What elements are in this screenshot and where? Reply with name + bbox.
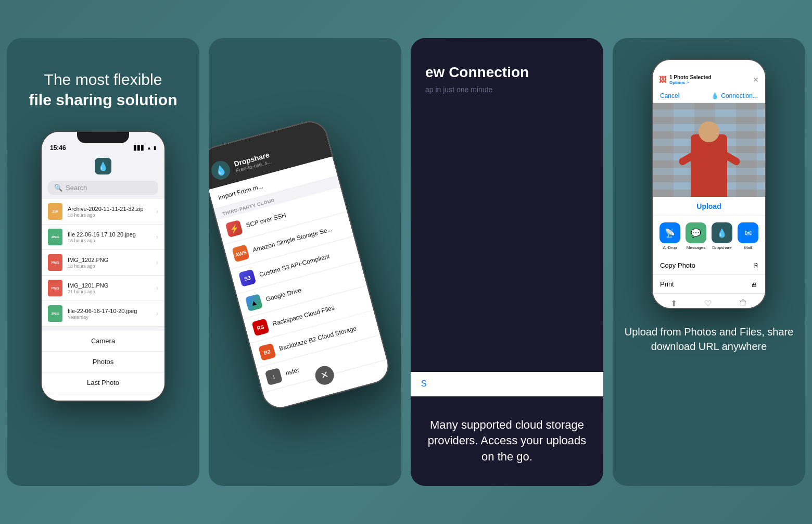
file-info: Archive-2020-11-11-21-32.zip 18 hours ag… xyxy=(68,206,151,218)
file-name: file-22-06-16-17-10-20.jpeg xyxy=(68,308,151,314)
chevron-right-icon: › xyxy=(156,208,158,215)
dropshare-logo: 💧 xyxy=(209,159,232,182)
transfer-icon: ↕ xyxy=(265,368,283,385)
panel-1: The most flexible file sharing solution … xyxy=(7,38,199,486)
file-type-icon: ZIP xyxy=(48,203,62,220)
copy-photo-label: Copy Photo xyxy=(660,261,695,269)
connection-option-row[interactable]: S xyxy=(411,372,603,396)
mail-label: Mail xyxy=(744,245,752,250)
person-body xyxy=(691,134,727,197)
close-icon[interactable]: ✕ xyxy=(753,76,759,84)
table-row[interactable]: ZIP Archive-2020-11-11-21-32.zip 18 hour… xyxy=(42,199,164,224)
connection-options: S xyxy=(411,372,603,396)
tilted-phone: 💧 Dropshare Free-to-use, s... Import Fro… xyxy=(209,117,393,413)
print-icon: 🖨 xyxy=(751,280,758,288)
photo-background xyxy=(653,103,765,197)
dropshare-label: Dropshare xyxy=(712,245,731,250)
file-time: 18 hours ago xyxy=(68,264,151,269)
chevron-right-icon: › xyxy=(156,259,158,266)
battery-icon: ▮ xyxy=(154,145,156,151)
scp-icon: ⚡ xyxy=(225,220,243,238)
file-type-icon: PNG xyxy=(48,254,62,271)
file-info: file-22-06-16-17-10-20.jpeg Yesterday xyxy=(68,308,151,320)
panel-4: 🖼 1 Photo Selected Options > ✕ Cancel 💧 … xyxy=(613,38,805,486)
rackspace-icon: RS xyxy=(251,318,269,336)
airdrop-action[interactable]: 📡 AirDrop xyxy=(659,222,680,250)
connection-top: ew Connection ap in just one minute xyxy=(411,38,603,372)
file-name: Archive-2020-11-11-21-32.zip xyxy=(68,206,151,212)
table-row[interactable]: PNG IMG_1202.PNG 18 hours ago › xyxy=(42,250,164,276)
file-info: file 22-06-16 17 10 20.jpeg 18 hours ago xyxy=(68,231,151,243)
file-name: IMG_1202.PNG xyxy=(68,257,151,263)
table-row[interactable]: JPEG file-22-06-16-17-10-20.jpeg Yesterd… xyxy=(42,301,164,327)
share-icon: ⬆ xyxy=(670,298,677,308)
photo-count-icon: 🖼 xyxy=(659,76,666,84)
messages-icon: 💬 xyxy=(686,222,706,243)
photo-selected-info: 1 Photo Selected Options > xyxy=(669,74,712,85)
dropshare-title-container: Dropshare Free-to-use, s... xyxy=(233,150,272,173)
menu-item-photos[interactable]: Photos xyxy=(42,352,164,372)
upload-section: Upload xyxy=(653,197,765,216)
phone-mockup-4: 🖼 1 Photo Selected Options > ✕ Cancel 💧 … xyxy=(652,59,766,309)
panel-4-text-content: Upload from Photos and Files, share down… xyxy=(625,326,794,352)
action-bar: Cancel 💧 Connection... xyxy=(653,89,765,103)
status-time: 15:46 xyxy=(50,144,66,152)
chevron-right-icon: › xyxy=(156,233,158,241)
s3-icon: S3 xyxy=(238,269,256,287)
options-label: Options > xyxy=(669,80,712,85)
table-row[interactable]: JPEG file 22-06-16 17 10 20.jpeg 18 hour… xyxy=(42,224,164,250)
panel-4-description: Upload from Photos and Files, share down… xyxy=(623,325,795,354)
phone-mockup-1: 15:46 ▋▋▋ ▲ ▮ 💧 🔍 Search xyxy=(41,131,166,402)
phone-notch xyxy=(77,132,129,143)
cancel-button[interactable]: Cancel xyxy=(660,92,679,99)
backblaze-icon: B2 xyxy=(258,343,276,361)
share-actions: 📡 AirDrop 💬 Messages 💧 Dropshare ✉ Mail xyxy=(653,216,765,256)
table-row[interactable]: PNG IMG_1201.PNG 21 hours ago › xyxy=(42,276,164,301)
airdrop-icon: 📡 xyxy=(659,222,680,243)
mail-action[interactable]: ✉ Mail xyxy=(738,222,758,250)
tagline-line1: The most flexible xyxy=(29,69,177,90)
chevron-right-icon: › xyxy=(156,310,158,317)
mail-icon: ✉ xyxy=(738,222,758,243)
menu-item-last-photo[interactable]: Last Photo xyxy=(42,372,164,393)
file-name: IMG_1201.PNG xyxy=(68,282,151,289)
menu-item-camera[interactable]: Camera xyxy=(42,331,164,352)
connection-button[interactable]: 💧 Connection... xyxy=(711,92,758,99)
panel-3: ew Connection ap in just one minute S Ma… xyxy=(411,38,603,486)
dropshare-action[interactable]: 💧 Dropshare xyxy=(712,222,732,250)
search-icon: 🔍 xyxy=(54,184,62,192)
menu-section: Camera Photos Last Photo Files xyxy=(42,331,164,401)
phone-screen-1: 15:46 ▋▋▋ ▲ ▮ 💧 🔍 Search xyxy=(42,132,164,401)
tilted-phone-container: 💧 Dropshare Free-to-use, s... Import Fro… xyxy=(222,80,388,444)
connection-title: ew Connection xyxy=(425,64,589,81)
tilted-screen: 💧 Dropshare Free-to-use, s... Import Fro… xyxy=(209,118,391,411)
app-logo: 💧 xyxy=(95,158,111,174)
service-name: nsfer xyxy=(285,366,300,377)
copy-photo-icon: ⎘ xyxy=(754,261,758,269)
wifi-icon: ▲ xyxy=(147,145,151,151)
upload-button[interactable]: Upload xyxy=(658,202,760,210)
file-time: 21 hours ago xyxy=(68,289,151,294)
photo-selected-label: 🖼 1 Photo Selected Options > xyxy=(659,74,712,85)
service-name: Google Drive xyxy=(265,286,302,303)
connection-bottom-text: Many supported cloud storage providers. … xyxy=(411,396,603,486)
share-header-bar: 🖼 1 Photo Selected Options > ✕ xyxy=(653,60,765,89)
connection-label: Connection... xyxy=(721,92,758,99)
status-icons: ▋▋▋ ▲ ▮ xyxy=(134,145,156,151)
search-placeholder: Search xyxy=(66,184,87,192)
drive-icon: ▲ xyxy=(245,294,263,311)
file-type-icon: JPEG xyxy=(48,229,62,245)
menu-item-files[interactable]: Files xyxy=(42,393,164,401)
search-bar[interactable]: 🔍 Search xyxy=(48,181,158,195)
copy-photo-row[interactable]: Copy Photo ⎘ xyxy=(653,256,765,275)
connection-desc: ap in just one minute xyxy=(425,85,589,95)
person-head xyxy=(699,121,719,142)
file-time: 18 hours ago xyxy=(68,238,151,243)
print-row[interactable]: Print 🖨 xyxy=(653,275,765,294)
bottom-action-bar: ⬆ ♡ 🗑 xyxy=(653,294,765,308)
panel-1-text: The most flexible file sharing solution xyxy=(29,69,177,110)
dropshare-icon: 💧 xyxy=(712,222,732,243)
file-name: file 22-06-16 17 10 20.jpeg xyxy=(68,231,151,238)
file-time: Yesterday xyxy=(68,315,151,320)
messages-action[interactable]: 💬 Messages xyxy=(686,222,706,250)
